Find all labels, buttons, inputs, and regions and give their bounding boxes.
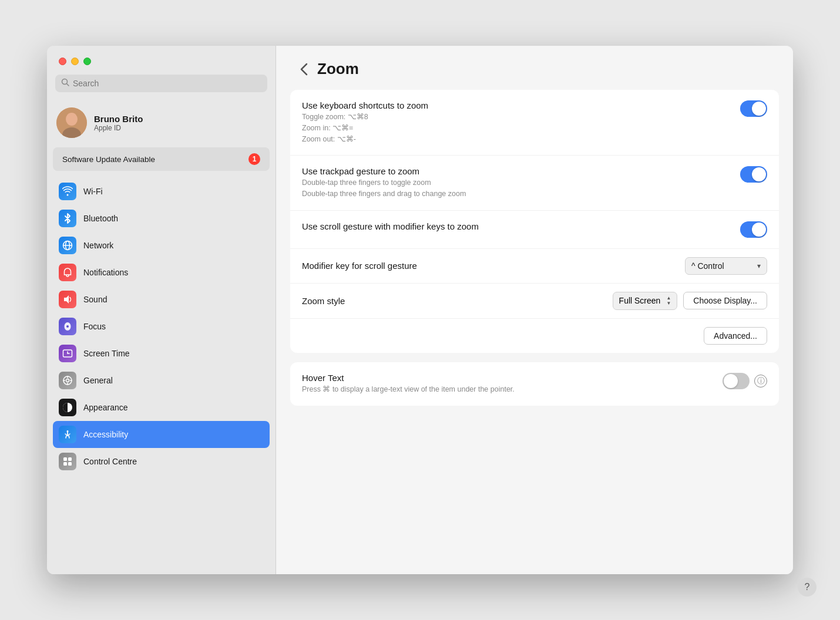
sidebar-item-controlcentre[interactable]: Control Centre [53, 448, 270, 475]
maximize-button[interactable] [83, 58, 91, 65]
svg-line-1 [67, 84, 69, 86]
svg-line-23 [66, 436, 66, 438]
sidebar-item-general[interactable]: General [53, 367, 270, 394]
screentime-icon [59, 345, 76, 362]
keyboard-shortcuts-toggle-thumb [752, 102, 766, 116]
advanced-row: Advanced... [290, 319, 779, 353]
search-wrapper [55, 75, 267, 92]
stepper-arrows: ▲ ▼ [666, 296, 671, 306]
modifier-key-value: ^ Control [691, 261, 754, 271]
svg-point-15 [66, 379, 69, 382]
sidebar-item-label-screentime: Screen Time [83, 349, 130, 358]
accessibility-icon [59, 426, 76, 443]
user-profile[interactable]: Bruno Brito Apple ID [47, 100, 275, 147]
main-window: Bruno Brito Apple ID Software Update Ava… [47, 46, 793, 574]
sidebar-item-label-wifi: Wi-Fi [83, 187, 103, 196]
trackpad-gesture-toggle-label[interactable] [740, 166, 767, 183]
scroll-gesture-toggle-label[interactable] [740, 221, 767, 238]
sound-icon [59, 291, 76, 308]
zoom-style-controls: Full Screen ▲ ▼ Choose Display... [613, 292, 767, 310]
content-header: Zoom [276, 46, 793, 90]
svg-line-24 [69, 436, 69, 438]
sidebar-section: Wi-Fi Bluetooth [47, 176, 275, 477]
svg-point-21 [67, 430, 69, 432]
search-container [47, 75, 275, 100]
scroll-gesture-title: Use scroll gesture with modifier keys to… [302, 221, 731, 231]
zoom-style-row: Zoom style Full Screen ▲ ▼ Choose Displa… [290, 284, 779, 319]
scroll-gesture-toggle[interactable] [740, 221, 767, 238]
hover-text-desc: Press ⌘ to display a large-text view of … [302, 384, 715, 395]
user-info: Bruno Brito Apple ID [94, 114, 143, 132]
general-icon [59, 372, 76, 389]
svg-rect-28 [68, 462, 72, 466]
advanced-button[interactable]: Advanced... [704, 327, 767, 345]
keyboard-shortcuts-toggle-track [740, 100, 767, 117]
bluetooth-icon [59, 210, 76, 227]
sidebar-item-screentime[interactable]: Screen Time [53, 340, 270, 367]
keyboard-shortcuts-content: Use keyboard shortcuts to zoom Toggle zo… [302, 100, 731, 144]
trackpad-gesture-toggle-thumb [752, 167, 766, 181]
scroll-gesture-row: Use scroll gesture with modifier keys to… [290, 211, 779, 249]
keyboard-shortcuts-desc: Toggle zoom: ⌥⌘8 Zoom in: ⌥⌘= Zoom out: … [302, 112, 731, 144]
hover-text-title: Hover Text [302, 373, 715, 383]
sidebar-item-network[interactable]: Network [53, 232, 270, 259]
zoom-settings-card: Use keyboard shortcuts to zoom Toggle zo… [290, 90, 779, 353]
hover-text-toggle-thumb [724, 374, 738, 388]
keyboard-shortcuts-toggle[interactable] [740, 100, 767, 117]
svg-rect-27 [63, 462, 67, 466]
svg-marker-9 [64, 295, 69, 304]
sidebar: Bruno Brito Apple ID Software Update Ava… [47, 46, 276, 574]
focus-icon [59, 318, 76, 335]
network-icon [59, 237, 76, 254]
modifier-key-select[interactable]: ^ Control ▾ [685, 257, 767, 275]
hover-text-row: Hover Text Press ⌘ to display a large-te… [290, 362, 779, 406]
sidebar-item-appearance[interactable]: Appearance [53, 394, 270, 421]
hover-text-info-button[interactable]: ⓘ [754, 375, 767, 388]
sidebar-item-sound[interactable]: Sound [53, 286, 270, 313]
minimize-button[interactable] [71, 58, 79, 65]
sidebar-item-label-appearance: Appearance [83, 403, 128, 412]
hover-text-card: Hover Text Press ⌘ to display a large-te… [290, 362, 779, 406]
traffic-lights [47, 46, 275, 75]
sidebar-item-notifications[interactable]: Notifications [53, 259, 270, 286]
avatar [56, 107, 87, 138]
modifier-key-label: Modifier key for scroll gesture [302, 261, 685, 271]
sidebar-item-bluetooth[interactable]: Bluetooth [53, 205, 270, 232]
choose-display-button[interactable]: Choose Display... [683, 292, 767, 309]
wifi-icon [59, 183, 76, 200]
sidebar-item-label-notifications: Notifications [83, 268, 128, 277]
keyboard-shortcuts-toggle-label[interactable] [740, 100, 767, 117]
stepper-down-arrow: ▼ [666, 301, 671, 306]
hover-text-toggle[interactable] [723, 373, 750, 389]
trackpad-gesture-title: Use trackpad gesture to zoom [302, 166, 731, 176]
sidebar-item-focus[interactable]: Focus [53, 313, 270, 340]
search-icon [61, 78, 69, 89]
software-update[interactable]: Software Update Available 1 [53, 147, 270, 171]
sidebar-item-label-accessibility: Accessibility [83, 430, 128, 439]
sidebar-item-wifi[interactable]: Wi-Fi [53, 178, 270, 205]
keyboard-shortcuts-title: Use keyboard shortcuts to zoom [302, 100, 731, 110]
zoom-style-stepper[interactable]: Full Screen ▲ ▼ [613, 292, 678, 310]
scroll-gesture-content: Use scroll gesture with modifier keys to… [302, 221, 731, 232]
main-content: Zoom Use keyboard shortcuts to zoom Togg… [276, 46, 793, 574]
back-button[interactable] [297, 60, 310, 78]
keyboard-shortcuts-row: Use keyboard shortcuts to zoom Toggle zo… [290, 90, 779, 156]
search-input[interactable] [73, 79, 261, 88]
modifier-key-row: Modifier key for scroll gesture ^ Contro… [290, 249, 779, 284]
appearance-icon [59, 399, 76, 416]
notifications-icon [59, 264, 76, 281]
sidebar-item-label-network: Network [83, 241, 113, 250]
zoom-style-label: Zoom style [302, 296, 606, 306]
svg-point-5 [67, 114, 76, 124]
svg-rect-26 [68, 457, 72, 461]
scroll-gesture-toggle-track [740, 221, 767, 238]
sidebar-item-label-sound: Sound [83, 295, 107, 304]
sidebar-item-accessibility[interactable]: Accessibility [53, 421, 270, 448]
software-update-label: Software Update Available [62, 155, 155, 164]
trackpad-gesture-row: Use trackpad gesture to zoom Double-tap … [290, 156, 779, 211]
sidebar-item-label-controlcentre: Control Centre [83, 457, 137, 466]
svg-point-10 [66, 325, 69, 328]
controlcentre-icon [59, 453, 76, 470]
trackpad-gesture-toggle[interactable] [740, 166, 767, 183]
close-button[interactable] [59, 58, 66, 65]
